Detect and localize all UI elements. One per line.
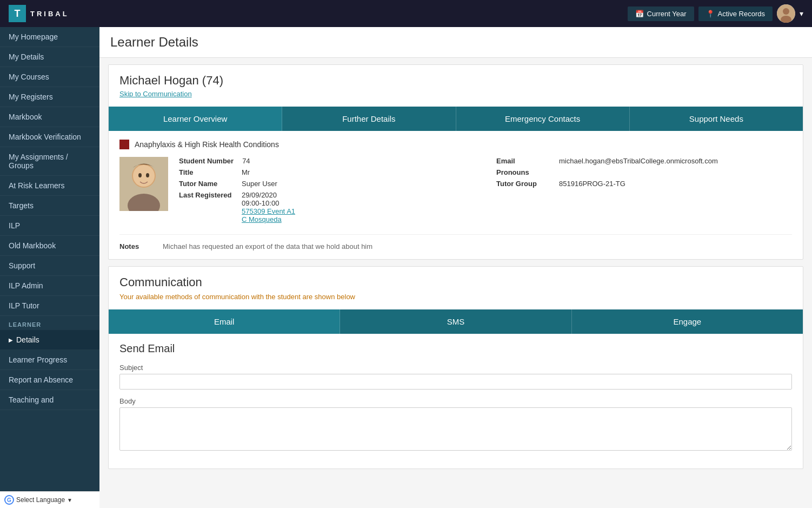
learner-photo [119, 157, 168, 211]
learner-details-grid: Student Number 74 Title Mr Tutor Name Su… [119, 157, 792, 223]
sidebar-item-my-details[interactable]: My Details [0, 47, 99, 67]
sidebar-item-learner-progress[interactable]: Learner Progress [0, 350, 99, 370]
send-email-title: Send Email [119, 342, 792, 355]
subject-label: Subject [119, 364, 792, 372]
app-body: My Homepage My Details My Courses My Reg… [0, 27, 812, 508]
translate-dropdown-icon[interactable]: ▼ [67, 497, 72, 503]
skip-to-communication-link[interactable]: Skip to Communication [119, 90, 792, 104]
email-value: michael.hogan@ebsTribalCollege.onmicroso… [559, 157, 718, 165]
sidebar: My Homepage My Details My Courses My Reg… [0, 27, 99, 508]
svg-point-7 [138, 173, 142, 177]
sidebar-item-ilp-tutor[interactable]: ILP Tutor [0, 296, 99, 316]
sidebar-item-ilp[interactable]: ILP [0, 216, 99, 236]
page-header: Learner Details [99, 27, 812, 58]
health-alert-text: Anaphylaxis & High Risk Health Condition… [135, 140, 279, 149]
sidebar-item-teaching[interactable]: Teaching and [0, 390, 99, 410]
logo-text: TRIBAL [30, 10, 69, 18]
notes-text: Michael has requested an export of the d… [163, 242, 372, 250]
calendar-icon: 📅 [635, 10, 644, 18]
comm-tab-sms[interactable]: SMS [340, 309, 571, 334]
body-textarea[interactable] [119, 407, 792, 451]
notes-label: Notes [119, 242, 152, 250]
main-content: Learner Details Michael Hogan (74) Skip … [99, 27, 812, 508]
google-translate[interactable]: G Select Language ▼ [0, 491, 99, 508]
page-title: Learner Details [110, 35, 801, 50]
sidebar-section-learner: LEARNER [0, 316, 99, 330]
active-records-button[interactable]: 📍 Active Records [698, 6, 773, 21]
learner-tabs: Learner Overview Further Details Emergen… [109, 107, 803, 131]
logo-icon: T [9, 5, 26, 22]
svg-point-8 [146, 173, 149, 177]
sidebar-item-report-absence[interactable]: Report an Absence [0, 370, 99, 390]
last-registered-time: 09:00-10:00 [242, 199, 295, 207]
tab-further-details[interactable]: Further Details [282, 107, 456, 131]
communication-subtitle: Your available methods of communication … [119, 293, 792, 301]
sidebar-item-support[interactable]: Support [0, 256, 99, 276]
communication-title: Communication [119, 275, 792, 289]
translate-label[interactable]: Select Language [16, 496, 65, 504]
tutor-group-value: 851916PROG-21-TG [559, 180, 625, 188]
sidebar-item-ilp-admin[interactable]: ILP Admin [0, 276, 99, 296]
subject-group: Subject [119, 364, 792, 390]
tab-learner-overview[interactable]: Learner Overview [109, 107, 282, 131]
title-label: Title [179, 168, 233, 176]
sidebar-item-at-risk-learners[interactable]: At Risk Learners [0, 176, 99, 196]
send-email-section: Send Email Subject Body [109, 334, 803, 469]
communication-card: Communication Your available methods of … [108, 266, 803, 469]
notes-row: Notes Michael has requested an export of… [119, 234, 792, 250]
tutor-name-label: Tutor Name [179, 180, 233, 188]
overview-content: Anaphylaxis & High Risk Health Condition… [109, 131, 803, 259]
sidebar-item-my-courses[interactable]: My Courses [0, 67, 99, 87]
sidebar-item-details[interactable]: Details [0, 330, 99, 350]
last-registered-values: 29/09/2020 09:00-10:00 575309 Event A1 C… [242, 191, 295, 223]
health-alert: Anaphylaxis & High Risk Health Condition… [119, 140, 792, 149]
student-number-label: Student Number [179, 157, 234, 165]
sidebar-item-targets[interactable]: Targets [0, 196, 99, 216]
sidebar-item-my-registers[interactable]: My Registers [0, 87, 99, 107]
title-value: Mr [242, 168, 250, 176]
current-year-button[interactable]: 📅 Current Year [628, 6, 694, 21]
tutor-group-label: Tutor Group [496, 180, 550, 188]
sidebar-item-markbook-verification[interactable]: Markbook Verification [0, 127, 99, 147]
pin-icon: 📍 [706, 10, 715, 18]
top-header: T TRIBAL 📅 Current Year 📍 Active Records… [0, 0, 812, 27]
dropdown-icon[interactable]: ▾ [800, 9, 803, 18]
tab-support-needs[interactable]: Support Needs [630, 107, 803, 131]
learner-name-row: Michael Hogan (74) Skip to Communication [109, 65, 803, 107]
sidebar-item-my-homepage[interactable]: My Homepage [0, 27, 99, 47]
subject-input[interactable] [119, 374, 792, 390]
communication-header: Communication Your available methods of … [109, 267, 803, 309]
google-icon: G [4, 495, 14, 505]
last-registered-event-link[interactable]: 575309 Event A1 [242, 207, 295, 215]
last-registered-label: Last Registered [179, 191, 233, 199]
last-registered-date: 29/09/2020 [242, 191, 295, 199]
communication-tabs: Email SMS Engage [109, 309, 803, 334]
sidebar-item-my-assignments-groups[interactable]: My Assignments / Groups [0, 147, 99, 176]
tutor-name-value: Super User [242, 180, 277, 188]
last-registered-person-link[interactable]: C Mosqueda [242, 215, 295, 223]
detail-section-right: Email michael.hogan@ebsTribalCollege.onm… [496, 157, 792, 223]
learner-name: Michael Hogan (74) [119, 74, 792, 88]
learner-card: Michael Hogan (74) Skip to Communication… [108, 64, 803, 260]
comm-tab-engage[interactable]: Engage [572, 309, 803, 334]
svg-point-1 [783, 8, 789, 15]
details-columns: Student Number 74 Title Mr Tutor Name Su… [179, 157, 792, 223]
body-label: Body [119, 397, 792, 405]
detail-section-left: Student Number 74 Title Mr Tutor Name Su… [179, 157, 475, 223]
sidebar-item-old-markbook[interactable]: Old Markbook [0, 236, 99, 256]
pronouns-label: Pronouns [496, 168, 550, 176]
body-group: Body [119, 397, 792, 452]
header-actions: 📅 Current Year 📍 Active Records ▾ [628, 4, 803, 23]
sidebar-item-markbook[interactable]: Markbook [0, 107, 99, 127]
student-number-value: 74 [242, 157, 250, 165]
health-alert-icon [119, 140, 129, 149]
avatar[interactable] [777, 4, 795, 23]
comm-tab-email[interactable]: Email [109, 309, 340, 334]
tab-emergency-contacts[interactable]: Emergency Contacts [456, 107, 630, 131]
email-label: Email [496, 157, 550, 165]
